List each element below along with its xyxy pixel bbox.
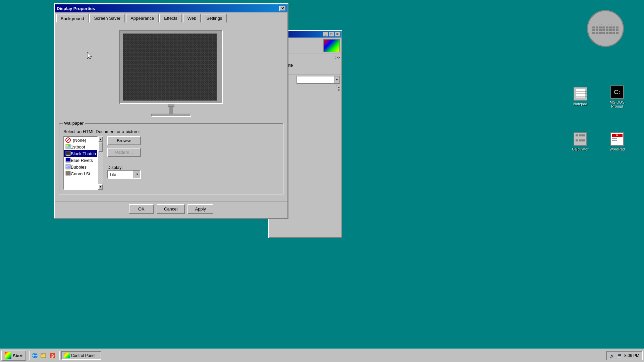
dialog-body: Wallpaper Select an HTML Document or a p… (55, 22, 287, 198)
quick-launch-ie-icon[interactable] (31, 352, 39, 360)
tab-web[interactable]: Web (183, 14, 201, 22)
wallpaper-listbox[interactable]: (None) 1stboot (63, 136, 98, 190)
svg-text:@: @ (51, 354, 54, 358)
taskbar: Start @ Control Panel 🔊 🖥️ 8:06 (0, 349, 644, 362)
scroll-up-button[interactable]: ▲ (98, 136, 103, 142)
browse-button[interactable]: Browse (107, 136, 141, 145)
scroll-thumb[interactable] (98, 142, 103, 152)
bg-window-minimize[interactable]: _ (323, 32, 328, 37)
list-item-carved-st[interactable]: Carved St... (64, 170, 97, 177)
start-button[interactable]: Start (1, 351, 26, 361)
wallpaper-buttons: Browse Pattern... Display: Tile ▼ (107, 136, 141, 179)
monitor-bezel (119, 30, 223, 104)
desktop-icon-calculator[interactable]: Calculator (567, 132, 594, 151)
tab-settings[interactable]: Settings (202, 14, 227, 22)
listbox-scrollbar[interactable]: ▲ ▼ (98, 136, 103, 190)
scroll-down-button[interactable]: ▼ (98, 184, 103, 189)
display-dropdown-arrow[interactable]: ▼ (133, 171, 140, 178)
wallpaper-group: Wallpaper Select an HTML Document or a p… (59, 123, 283, 194)
wallpaper-select-label: Select an HTML Document or a picture: (63, 129, 279, 134)
taskbar-app-label: Control Panel (71, 353, 96, 358)
display-selected: Tile (108, 171, 133, 178)
quick-launch-channels-icon[interactable]: @ (48, 352, 56, 360)
dialog-title: Display Properties (57, 6, 95, 11)
thatch-pattern (123, 34, 217, 101)
clock: 8:06 PM (624, 353, 639, 358)
desktop-icon-wordpad[interactable]: W ════════ WordPad (604, 132, 631, 151)
display-properties-dialog: Display Properties ✕ Background Screen S… (54, 3, 288, 219)
bg-window-maximize[interactable]: □ (329, 32, 334, 37)
svg-rect-7 (66, 162, 70, 163)
dialog-titlebar: Display Properties ✕ (55, 4, 287, 12)
apply-button[interactable]: Apply (187, 204, 213, 214)
wallpaper-listbox-container: (None) 1stboot (63, 136, 103, 190)
dialog-footer: OK Cancel Apply (55, 201, 287, 218)
monitor-screen (123, 34, 217, 101)
svg-rect-11 (66, 168, 70, 169)
tray-network-icon: 🖥️ (618, 354, 622, 358)
tab-effects[interactable]: Effects (159, 14, 182, 22)
cancel-button[interactable]: Cancel (157, 204, 185, 214)
control-panel-taskbar-icon (64, 353, 70, 358)
list-item-1stboot[interactable]: 1stboot (64, 143, 97, 150)
desktop-icon-notepad[interactable]: ════════════════════════ Notepad (567, 87, 594, 106)
desktop-icon-msdos[interactable]: C: MS-DOS Prompt (604, 85, 631, 108)
taskbar-divider (29, 351, 30, 360)
taskbar-tray: 🔊 🖥️ 8:06 PM (606, 351, 643, 360)
svg-rect-2 (66, 145, 68, 146)
tab-appearance[interactable]: Appearance (126, 14, 159, 22)
list-item-none[interactable]: (None) (64, 137, 97, 143)
tray-volume-icon[interactable]: 🔊 (609, 353, 615, 358)
desktop: · · · · · · · ════════════════════════ N… (0, 0, 644, 362)
tab-background[interactable]: Background (56, 14, 89, 22)
taskbar-divider-2 (59, 351, 60, 360)
list-item-blue-rivets[interactable]: Blue Rivets (64, 157, 97, 164)
quick-launch-explorer-icon[interactable] (40, 352, 48, 360)
taskbar-apps: Control Panel (61, 351, 101, 360)
svg-rect-6 (66, 158, 70, 162)
start-label: Start (13, 353, 23, 358)
windows-logo-icon (5, 352, 11, 359)
bg-window-close[interactable]: ✕ (335, 32, 340, 37)
svg-rect-4 (66, 151, 70, 155)
list-item-bubbles[interactable]: Bubbles (64, 164, 97, 170)
svg-rect-19 (41, 354, 43, 355)
tab-screensaver[interactable]: Screen Saver (89, 14, 125, 22)
svg-rect-3 (68, 145, 70, 146)
display-dropdown[interactable]: Tile ▼ (107, 170, 141, 179)
svg-rect-12 (66, 171, 70, 175)
pattern-button[interactable]: Pattern... (107, 148, 141, 157)
dialog-close-button[interactable]: ✕ (279, 6, 285, 11)
notepad-label: Notepad (573, 102, 587, 106)
ok-button[interactable]: OK (129, 204, 154, 214)
svg-rect-1 (66, 148, 70, 149)
svg-rect-5 (66, 155, 70, 156)
tabs-row: Background Screen Saver Appearance Effec… (55, 12, 287, 22)
keyboard-icon: · · · · · · · (587, 10, 624, 47)
color-icon (323, 39, 340, 52)
monitor-preview (59, 26, 283, 120)
taskbar-app-control-panel[interactable]: Control Panel (61, 351, 101, 360)
svg-rect-13 (66, 175, 70, 176)
wallpaper-legend: Wallpaper (63, 121, 85, 126)
list-item-black-thatch[interactable]: Black Thatch (64, 150, 97, 157)
